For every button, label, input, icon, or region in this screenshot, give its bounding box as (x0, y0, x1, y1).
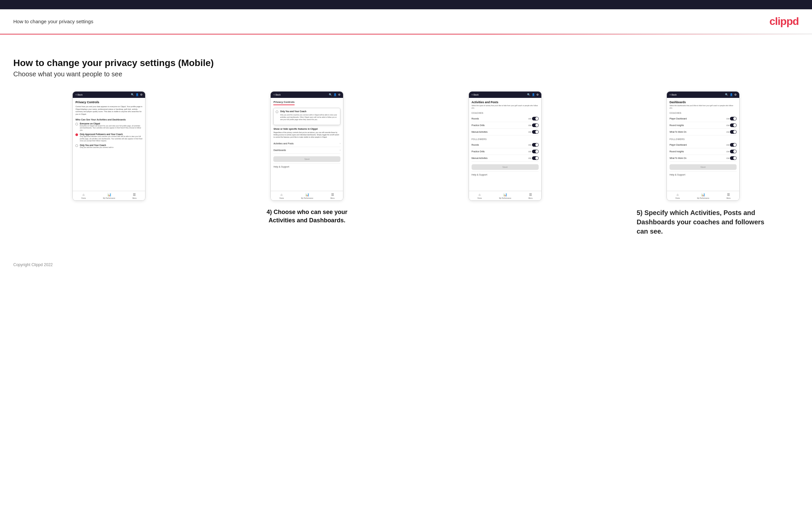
radio-everyone[interactable]: Everyone on Clippd Everyone on Clippd ca… (75, 122, 143, 131)
toggle-on-c-work[interactable]: ON (726, 130, 737, 134)
radio-circle-approved (75, 133, 78, 136)
nav-home-2[interactable]: ⌂ Home (279, 193, 284, 199)
footer: Copyright Clippd 2022 (0, 256, 812, 274)
toggle-on-f-insights[interactable]: ON (726, 150, 737, 153)
back-btn-3[interactable]: < Back (471, 94, 479, 96)
menu-icon-1: ☰ (133, 193, 136, 196)
menu-icon-2: ☰ (331, 193, 334, 196)
toggle-on-f-drills[interactable]: ON (528, 150, 539, 153)
settings-icon-1[interactable]: ⚙ (140, 93, 143, 96)
logo: clippd (769, 15, 799, 27)
toggle-switch-c-insights[interactable] (730, 123, 737, 127)
toggle-on-f-player[interactable]: ON (726, 143, 737, 147)
toggle-on-f-manual[interactable]: ON (528, 156, 539, 160)
screenshot-group-4: < Back 🔍 👤 ⚙ Dashboards Select the dashb… (607, 91, 799, 236)
nav-performance-4[interactable]: 📊 My Performance (697, 193, 709, 199)
user-icon-2[interactable]: 👤 (334, 93, 337, 96)
toggle-on-f-work[interactable]: ON (726, 156, 737, 160)
nav-home-4[interactable]: ⌂ Home (675, 193, 680, 199)
toggle-label-f-drills: Practice Drills (471, 150, 485, 153)
toggle-on-c-rounds[interactable]: ON (528, 117, 539, 120)
performance-icon-1: 📊 (107, 193, 111, 196)
menu-icon-3: ☰ (529, 193, 532, 196)
settings-icon-2[interactable]: ⚙ (338, 93, 341, 96)
mockup-body-4: Dashboards Select the dashboards that yo… (667, 98, 739, 191)
dashboards-title-4: Dashboards (669, 101, 737, 104)
radio-coach-only[interactable]: Only You and Your Coach Only you and the… (75, 144, 143, 149)
nav-home-3[interactable]: ⌂ Home (477, 193, 482, 199)
topbar-icons-3: 🔍 👤 ⚙ (527, 93, 539, 96)
nav-performance-2[interactable]: 📊 My Performance (301, 193, 313, 199)
toggle-on-label-f-rounds: ON (528, 144, 531, 146)
menu-row-activities[interactable]: Activities and Posts › (273, 140, 341, 147)
nav-performance-1[interactable]: 📊 My Performance (103, 193, 115, 199)
nav-menu-2[interactable]: ☰ Menu (331, 193, 335, 199)
toggle-switch-f-work[interactable] (730, 156, 737, 160)
toggle-coaches-rounds: Rounds ON (471, 115, 539, 122)
mobile-mockup-2: < Back 🔍 👤 ⚙ Privacy Controls Only You a… (270, 91, 343, 201)
performance-icon-4: 📊 (701, 193, 705, 196)
privacy-title-1: Privacy Controls (75, 101, 143, 104)
user-icon-1[interactable]: 👤 (136, 93, 139, 96)
toggle-switch-c-manual[interactable] (532, 130, 539, 134)
section-body-sm-2: Regardless of the privacy controls that … (273, 131, 341, 138)
bottom-nav-2: ⌂ Home 📊 My Performance ☰ Menu (271, 191, 343, 201)
search-icon-1[interactable]: 🔍 (131, 93, 134, 96)
nav-menu-1[interactable]: ☰ Menu (133, 193, 137, 199)
nav-home-1[interactable]: ⌂ Home (81, 193, 86, 199)
user-icon-4[interactable]: 👤 (730, 93, 733, 96)
toggle-followers-drills: Practice Drills ON (471, 148, 539, 155)
menu-label-2: Menu (331, 197, 335, 199)
search-icon-3[interactable]: 🔍 (527, 93, 530, 96)
toggle-followers-work-on: What To Work On ON (669, 155, 737, 162)
coaches-label-3: COACHES (471, 112, 539, 114)
settings-icon-3[interactable]: ⚙ (536, 93, 539, 96)
nav-menu-3[interactable]: ☰ Menu (528, 193, 533, 199)
radio-title-coach: Only You and Your Coach (80, 144, 114, 146)
toggle-switch-f-rounds[interactable] (532, 143, 539, 147)
toggle-switch-f-player[interactable] (730, 143, 737, 147)
screenshot-group-3: < Back 🔍 👤 ⚙ Activities and Posts Select… (409, 91, 601, 201)
toggle-switch-c-work[interactable] (730, 130, 737, 134)
toggle-on-f-rounds[interactable]: ON (528, 143, 539, 147)
mockup-body-1: Privacy Controls Control how you and you… (73, 98, 145, 191)
toggle-on-c-manual[interactable]: ON (528, 130, 539, 134)
toggle-on-label-f-manual: ON (528, 157, 531, 159)
toggle-on-c-insights[interactable]: ON (726, 123, 737, 127)
save-btn-4[interactable]: Save (669, 164, 737, 170)
toggle-coaches-manual: Manual Activities ON (471, 129, 539, 135)
toggle-switch-c-rounds[interactable] (532, 117, 539, 120)
toggle-switch-c-drills[interactable] (532, 123, 539, 127)
menu-row-dashboards[interactable]: Dashboards › (273, 147, 341, 154)
nav-menu-4[interactable]: ☰ Menu (726, 193, 731, 199)
menu-label-4: Menu (726, 197, 731, 199)
toggle-on-c-player[interactable]: ON (726, 117, 737, 120)
toggle-label-f-insights: Round Insights (669, 150, 684, 153)
privacy-desc-1: Control how you and your data appears to… (75, 106, 143, 116)
back-btn-2[interactable]: < Back (273, 94, 281, 96)
search-icon-2[interactable]: 🔍 (329, 93, 332, 96)
performance-icon-3: 📊 (503, 193, 507, 196)
user-icon-3[interactable]: 👤 (532, 93, 535, 96)
toggle-switch-c-player[interactable] (730, 117, 737, 120)
save-btn-2[interactable]: Save (273, 156, 341, 162)
back-btn-4[interactable]: < Back (669, 94, 677, 96)
bottom-nav-1: ⌂ Home 📊 My Performance ☰ Menu (73, 191, 145, 201)
toggle-switch-f-manual[interactable] (532, 156, 539, 160)
home-label-1: Home (81, 197, 86, 199)
save-btn-3[interactable]: Save (471, 164, 539, 170)
home-icon-2: ⌂ (281, 193, 283, 196)
back-btn-1[interactable]: < Back (75, 94, 83, 96)
help-row-4: Help & Support (669, 171, 737, 178)
settings-icon-4[interactable]: ⚙ (734, 93, 737, 96)
toggle-label-c-player: Player Dashboard (669, 117, 687, 120)
nav-performance-3[interactable]: 📊 My Performance (499, 193, 511, 199)
toggle-on-c-drills[interactable]: ON (528, 123, 539, 127)
performance-label-1: My Performance (103, 197, 115, 199)
toggle-switch-f-insights[interactable] (730, 150, 737, 153)
topbar-icons-1: 🔍 👤 ⚙ (131, 93, 143, 96)
search-icon-4[interactable]: 🔍 (725, 93, 728, 96)
radio-approved[interactable]: Only Approved Followers and Your Coach O… (75, 133, 143, 142)
toggle-switch-f-drills[interactable] (532, 150, 539, 153)
home-label-4: Home (675, 197, 680, 199)
